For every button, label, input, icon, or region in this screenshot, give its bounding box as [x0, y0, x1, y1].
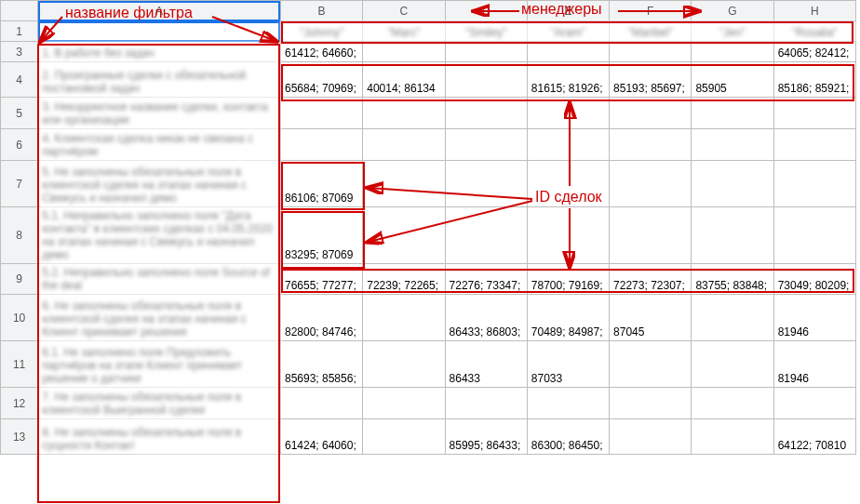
deal-id-cell[interactable]: [363, 161, 445, 207]
manager-header[interactable]: "Marc": [363, 21, 445, 42]
deal-id-cell[interactable]: 72276; 73347;: [445, 264, 527, 295]
filter-name-cell[interactable]: 7. Не заполнены обязательные поля в клие…: [38, 388, 281, 419]
row-header[interactable]: 8: [1, 207, 38, 264]
deal-id-cell[interactable]: [692, 388, 773, 419]
filter-name-cell[interactable]: 3. Некорректное название сделки, контакт…: [38, 98, 281, 129]
deal-id-cell[interactable]: 85905: [692, 62, 773, 98]
deal-id-cell[interactable]: 65684; 70969;: [280, 62, 362, 98]
deal-id-cell[interactable]: 86433: [445, 341, 527, 388]
deal-id-cell[interactable]: 87045: [610, 295, 692, 341]
col-header-E[interactable]: E: [527, 1, 609, 21]
spreadsheet[interactable]: A B C D E F G H 1 "Johnny" "Marc" "Smile…: [0, 0, 856, 455]
manager-header[interactable]: "Rosalia": [773, 21, 855, 42]
deal-id-cell[interactable]: [445, 62, 527, 98]
deal-id-cell[interactable]: [692, 207, 773, 264]
deal-id-cell[interactable]: [773, 207, 855, 264]
deal-id-cell[interactable]: [692, 161, 773, 207]
filter-name-cell[interactable]: 1. В работе без задач: [38, 42, 281, 62]
deal-id-cell[interactable]: [692, 129, 773, 161]
deal-id-cell[interactable]: [445, 388, 527, 419]
deal-id-cell[interactable]: 81946: [773, 295, 855, 341]
deal-id-cell[interactable]: [773, 98, 855, 129]
deal-id-cell[interactable]: [610, 419, 692, 455]
deal-id-cell[interactable]: 87033: [527, 341, 609, 388]
deal-id-cell[interactable]: [773, 388, 855, 419]
deal-id-cell[interactable]: 86433; 86803;: [445, 295, 527, 341]
deal-id-cell[interactable]: [363, 98, 445, 129]
row-header[interactable]: 4: [1, 62, 38, 98]
deal-id-cell[interactable]: [527, 98, 609, 129]
row-header[interactable]: 3: [1, 42, 38, 62]
deal-id-cell[interactable]: [610, 207, 692, 264]
manager-header[interactable]: "Smiley": [445, 21, 527, 42]
row-header[interactable]: 13: [1, 419, 38, 455]
row-header[interactable]: 12: [1, 388, 38, 419]
deal-id-cell[interactable]: 76655; 77277;: [280, 264, 362, 295]
deal-id-cell[interactable]: [445, 129, 527, 161]
deal-id-cell[interactable]: 81615; 81926;: [527, 62, 609, 98]
deal-id-cell[interactable]: 86106; 87069: [280, 161, 362, 207]
deal-id-cell[interactable]: 86300; 86450;: [527, 419, 609, 455]
deal-id-cell[interactable]: [280, 129, 362, 161]
deal-id-cell[interactable]: 78700; 79169;: [527, 264, 609, 295]
deal-id-cell[interactable]: [363, 207, 445, 264]
row-header[interactable]: 7: [1, 161, 38, 207]
col-header-F[interactable]: F: [610, 1, 692, 21]
deal-id-cell[interactable]: 85693; 85856;: [280, 341, 362, 388]
deal-id-cell[interactable]: 82800; 84746;: [280, 295, 362, 341]
filter-name-cell[interactable]: 5.1. Неправильно заполнено поле "Дата ко…: [38, 207, 281, 264]
deal-id-cell[interactable]: [610, 42, 692, 62]
deal-id-cell[interactable]: 81946: [773, 341, 855, 388]
deal-id-cell[interactable]: 85186; 85921;: [773, 62, 855, 98]
deal-id-cell[interactable]: 61424; 64060;: [280, 419, 362, 455]
manager-header[interactable]: "Johnny": [280, 21, 362, 42]
deal-id-cell[interactable]: [363, 129, 445, 161]
deal-id-cell[interactable]: [363, 341, 445, 388]
deal-id-cell[interactable]: [363, 388, 445, 419]
deal-id-cell[interactable]: [363, 295, 445, 341]
deal-id-cell[interactable]: 64065; 82412;: [773, 42, 855, 62]
deal-id-cell[interactable]: 64122; 70810: [773, 419, 855, 455]
deal-id-cell[interactable]: [527, 161, 609, 207]
select-all-corner[interactable]: [1, 1, 38, 21]
deal-id-cell[interactable]: 85193; 85697;: [610, 62, 692, 98]
manager-header[interactable]: "Jen": [692, 21, 773, 42]
col-header-H[interactable]: H: [773, 1, 855, 21]
deal-id-cell[interactable]: 83295; 87069: [280, 207, 362, 264]
filter-name-cell[interactable]: 5.2. Неправильно заполнено поле Source o…: [38, 264, 281, 295]
filter-name-cell[interactable]: 6. Не заполнены обязательные поля в клие…: [38, 295, 281, 341]
deal-id-cell[interactable]: 40014; 86134: [363, 62, 445, 98]
deal-id-cell[interactable]: [527, 129, 609, 161]
deal-id-cell[interactable]: [527, 388, 609, 419]
row-header[interactable]: 10: [1, 295, 38, 341]
row-header[interactable]: 5: [1, 98, 38, 129]
row-header[interactable]: 11: [1, 341, 38, 388]
filter-name-cell[interactable]: 6.1. Не заполнено поле Предложить партнё…: [38, 341, 281, 388]
deal-id-cell[interactable]: [527, 207, 609, 264]
deal-id-cell[interactable]: [692, 42, 773, 62]
row-header-1[interactable]: 1: [1, 21, 38, 42]
col-header-A[interactable]: A: [38, 1, 281, 21]
deal-id-cell[interactable]: 85995; 86433;: [445, 419, 527, 455]
deal-id-cell[interactable]: [773, 129, 855, 161]
deal-id-cell[interactable]: [445, 98, 527, 129]
deal-id-cell[interactable]: [363, 419, 445, 455]
deal-id-cell[interactable]: 72239; 72265;: [363, 264, 445, 295]
col-header-B[interactable]: B: [280, 1, 362, 21]
filter-name-cell[interactable]: 2. Проигранные сделки с обязательной пос…: [38, 62, 281, 98]
deal-id-cell[interactable]: [363, 42, 445, 62]
deal-id-cell[interactable]: [445, 161, 527, 207]
deal-id-cell[interactable]: [445, 207, 527, 264]
deal-id-cell[interactable]: [692, 419, 773, 455]
deal-id-cell[interactable]: 83755; 83848;: [692, 264, 773, 295]
row-header[interactable]: 9: [1, 264, 38, 295]
filter-name-cell[interactable]: 4. Клиентская сделка никак не связана с …: [38, 129, 281, 161]
deal-id-cell[interactable]: 73049; 80209;: [773, 264, 855, 295]
filter-name-cell[interactable]: 5. Не заполнены обязательные поля в клие…: [38, 161, 281, 207]
deal-id-cell[interactable]: [610, 388, 692, 419]
deal-id-cell[interactable]: [610, 129, 692, 161]
deal-id-cell[interactable]: 72273; 72307;: [610, 264, 692, 295]
deal-id-cell[interactable]: [280, 98, 362, 129]
deal-id-cell[interactable]: [280, 388, 362, 419]
col-header-G[interactable]: G: [692, 1, 773, 21]
